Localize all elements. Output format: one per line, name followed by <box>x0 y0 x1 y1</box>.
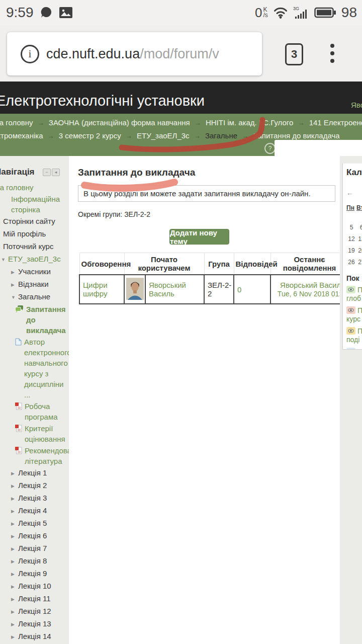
legend-item-course-events[interactable]: П курс <box>346 306 362 324</box>
collapse-block-icon[interactable]: − <box>43 169 51 176</box>
last-post-cell: Яворський ВасильTue, 6 Nov 2018 01:5 <box>270 275 340 304</box>
replies-link[interactable]: 0 <box>237 285 241 294</box>
sidebar-item-lecture[interactable]: ▶Лекція 8 <box>11 555 69 567</box>
battery-percent: 98 <box>341 5 357 21</box>
started-by-link[interactable]: Яворський Василь <box>149 281 186 298</box>
last-post-user-link[interactable]: Яворський Василь <box>280 281 340 289</box>
network-speed: 0K/s <box>255 5 268 21</box>
chevron-right-icon[interactable]: ▶ <box>11 267 18 278</box>
breadcrumb-link-institute[interactable]: ННІТІ ім. акад. І.С.Гулого <box>206 118 293 127</box>
search-help-icon[interactable]: ? <box>264 143 276 154</box>
sidebar-item-general[interactable]: ▼Загальне <box>11 291 69 303</box>
sidebar-item-badges[interactable]: ▶Відзнаки <box>11 279 69 290</box>
sidebar-item-forum-current[interactable]: Запитання до викладача <box>15 304 69 336</box>
sidebar-item-info-page[interactable]: Інформаційна сторінка <box>11 194 69 215</box>
forum-icon <box>15 305 24 313</box>
calendar-title: Календар <box>346 168 362 178</box>
column-header-started-by: Почато користувачем <box>124 253 204 275</box>
avatar[interactable] <box>126 278 144 300</box>
eye-icon[interactable] <box>346 306 355 314</box>
page-icon <box>15 338 22 346</box>
legend-item-global-events[interactable]: П глоб <box>346 285 362 303</box>
breadcrumb-item-general: Загальне <box>205 131 237 140</box>
breadcrumb-separator: → <box>194 132 201 140</box>
sidebar-item-lecture[interactable]: ▶Лекція 12 <box>11 606 69 617</box>
chevron-right-icon[interactable]: ▶ <box>11 594 18 605</box>
page-info-icon[interactable]: i <box>21 45 39 63</box>
forum-search-input[interactable] <box>275 140 362 156</box>
sidebar-item-lecture[interactable]: ▶Лекція 6 <box>11 530 69 542</box>
sidebar-item-home[interactable]: На головну <box>0 182 69 193</box>
breadcrumb-link-speciality-wrap[interactable]: ектромеханіка <box>0 131 43 140</box>
sidebar-item-author-resource[interactable]: Автор електронного навчального курсу з д… <box>15 337 69 400</box>
eye-icon[interactable] <box>346 348 355 350</box>
page-title: Запитання до викладача <box>78 167 195 178</box>
column-header-discussion: Обговорення <box>79 253 124 275</box>
chevron-right-icon[interactable]: ▶ <box>11 544 18 554</box>
sidebar-item-course-code[interactable]: ▼ЕТУ_заоЕЛ_3с <box>1 254 69 265</box>
chevron-right-icon[interactable]: ▶ <box>11 280 18 290</box>
sidebar-item-my-profile[interactable]: ▶Мій профіль <box>0 228 69 240</box>
wifi-icon <box>273 6 288 19</box>
breadcrumb-link-forum[interactable]: Запитання до викладача <box>253 131 339 140</box>
navigation-block-title: Навігація <box>0 167 35 177</box>
tab-count-button[interactable]: 3 <box>285 43 303 65</box>
sidebar-item-lecture[interactable]: ▶Лекція 14 <box>11 631 69 642</box>
chevron-right-icon[interactable]: ▶ <box>11 607 18 617</box>
sidebar-item-criteria[interactable]: Критерії оцінювання <box>15 423 69 444</box>
legend-item-group-events[interactable]: П поді <box>346 327 362 344</box>
sidebar-item-site-pages[interactable]: ▶Сторінки сайту <box>0 216 69 227</box>
chevron-right-icon[interactable]: ▶ <box>11 632 18 642</box>
chevron-right-icon[interactable]: ▶ <box>11 494 18 504</box>
calendar-week-row: 1213 <box>346 234 362 246</box>
sidebar-item-lecture[interactable]: ▶Лекція 11 <box>11 593 69 605</box>
sidebar-item-lecture[interactable]: ▶Лекція 5 <box>11 518 69 529</box>
calendar-week-row: 1920 <box>346 246 362 257</box>
chevron-down-icon[interactable]: ▼ <box>11 292 18 303</box>
sidebar-item-literature[interactable]: Рекомендована література <box>15 445 69 466</box>
chevron-right-icon[interactable]: ▶ <box>11 556 18 567</box>
chevron-right-icon[interactable]: ▶ <box>11 531 18 542</box>
add-topic-button[interactable]: Додати нову тему <box>169 229 229 245</box>
discussion-link[interactable]: Цифри шифру <box>83 281 108 298</box>
sidebar-item-lecture[interactable]: ▶Лекція 2 <box>11 480 69 492</box>
sidebar-item-lecture[interactable]: ▶Лекція 1 <box>11 467 69 479</box>
dock-block-icon[interactable]: ◂ <box>52 169 60 176</box>
sidebar-item-lecture[interactable]: ▶Лекція 7 <box>11 543 69 554</box>
separate-groups-label: Окремі групи: ЗЕЛ-2-2 <box>78 210 150 218</box>
breadcrumb-link-course[interactable]: ЕТУ_заоЕЛ_3с <box>137 131 190 140</box>
chevron-right-icon[interactable]: ▶ <box>11 569 18 580</box>
breadcrumb: На головну → ЗАОЧНА (дистанційна) форма … <box>0 116 362 129</box>
pdf-icon <box>15 447 22 454</box>
breadcrumb-link-speciality[interactable]: 141 Електроенергетика, електротехніка <box>309 118 362 127</box>
chevron-right-icon[interactable]: ▶ <box>11 481 18 492</box>
last-post-time-link[interactable]: Tue, 6 Nov 2018 01:5 <box>278 290 340 298</box>
breadcrumb-separator: → <box>298 119 304 127</box>
breadcrumb-link-distance-form[interactable]: ЗАОЧНА (дистанційна) форма навчання <box>49 118 190 127</box>
sidebar-item-lecture[interactable]: ▶Лекція 10 <box>11 581 69 592</box>
logged-in-user-link[interactable]: Явор <box>351 101 362 109</box>
breadcrumb-link-home[interactable]: На головну <box>0 118 33 127</box>
chevron-right-icon[interactable]: ▶ <box>11 468 18 479</box>
url-bar[interactable]: i cde.nuft.edu.ua/mod/forum/v <box>7 32 262 75</box>
sidebar-item-current-course[interactable]: ▼Поточний курс <box>0 241 69 253</box>
eye-icon[interactable] <box>346 286 355 293</box>
breadcrumb-link-semester[interactable]: 3 семестр 2 курсу <box>59 131 121 140</box>
eye-icon[interactable] <box>346 327 355 335</box>
sidebar-item-lecture[interactable]: ▶Лекція 9 <box>11 568 69 580</box>
chevron-right-icon[interactable]: ▶ <box>11 506 18 517</box>
calendar-prev-month-arrow[interactable]: ← <box>346 189 362 197</box>
sidebar-item-participants[interactable]: ▶Учасники <box>11 266 69 278</box>
sidebar-item-lecture[interactable]: ▶Лекція 3 <box>11 493 69 504</box>
sidebar-item-lecture[interactable]: ▶Лекція 4 <box>11 505 69 517</box>
chevron-right-icon[interactable]: ▶ <box>11 519 18 529</box>
sidebar-item-lecture[interactable]: ▶Лекція 13 <box>11 618 69 630</box>
browser-menu-icon[interactable] <box>329 43 336 64</box>
sidebar-item-work-program[interactable]: Робоча програма <box>15 401 69 422</box>
screenshot-notification-icon <box>59 7 73 19</box>
chevron-right-icon[interactable]: ▶ <box>11 619 18 630</box>
chevron-down-icon[interactable]: ▼ <box>1 255 8 265</box>
legend-item-user-events[interactable]: П кори <box>346 347 362 350</box>
chevron-right-icon[interactable]: ▶ <box>11 582 18 592</box>
breadcrumb-band: На головну → ЗАОЧНА (дистанційна) форма … <box>0 114 362 156</box>
